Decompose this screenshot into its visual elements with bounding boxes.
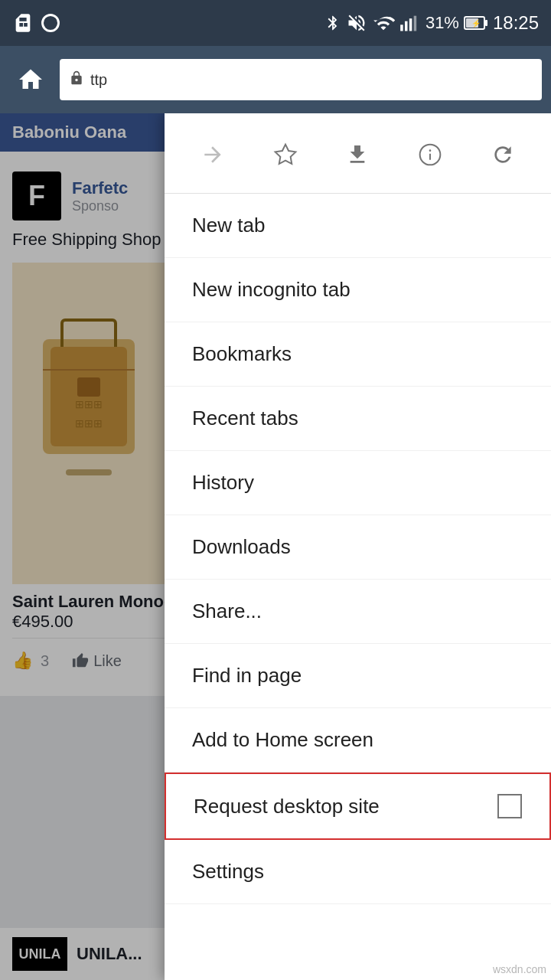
- mute-icon: [346, 12, 367, 34]
- menu-item-new-tab[interactable]: New tab: [165, 194, 551, 258]
- status-time: 18:25: [493, 12, 539, 34]
- menu-forward-button[interactable]: [190, 132, 236, 178]
- menu-download-button[interactable]: [334, 132, 380, 178]
- signal-icon: [399, 12, 421, 34]
- request-desktop-checkbox[interactable]: [497, 794, 522, 818]
- lock-icon: [69, 70, 84, 90]
- menu-info-button[interactable]: [407, 132, 453, 178]
- chrome-menu: New tab New incognito tab Bookmarks Rece…: [165, 113, 551, 980]
- menu-item-new-incognito-tab[interactable]: New incognito tab: [165, 258, 551, 322]
- svg-text:⚡: ⚡: [471, 18, 481, 28]
- status-left-icons: [12, 12, 61, 34]
- watermark: wsxdn.com: [493, 963, 546, 975]
- browser-toolbar: ttp: [0, 46, 551, 113]
- svg-marker-18: [276, 145, 296, 164]
- svg-rect-7: [485, 20, 487, 26]
- bluetooth-icon: [324, 12, 341, 34]
- menu-refresh-button[interactable]: [480, 132, 526, 178]
- vodafone-icon: [40, 12, 61, 34]
- menu-item-request-desktop[interactable]: Request desktop site: [165, 773, 551, 840]
- svg-point-0: [43, 15, 59, 31]
- menu-item-settings[interactable]: Settings: [165, 840, 551, 904]
- address-bar[interactable]: ttp: [60, 59, 542, 100]
- menu-item-share[interactable]: Share...: [165, 580, 551, 644]
- battery-percent: 31%: [425, 13, 459, 33]
- status-bar: 31% ⚡ 18:25: [0, 0, 551, 46]
- svg-rect-3: [409, 18, 412, 31]
- menu-item-add-to-home[interactable]: Add to Home screen: [165, 708, 551, 773]
- page-content: Baboniu Oana F Farfetc Sponso Free Shipp…: [0, 113, 551, 980]
- status-right-icons: 31% ⚡ 18:25: [324, 12, 539, 34]
- overlay-dim: [0, 113, 165, 980]
- battery-icon: ⚡: [464, 15, 488, 31]
- menu-toolbar: [165, 113, 551, 194]
- menu-item-recent-tabs[interactable]: Recent tabs: [165, 387, 551, 451]
- menu-bookmark-button[interactable]: [262, 132, 308, 178]
- menu-item-find-in-page[interactable]: Find in page: [165, 644, 551, 708]
- menu-item-history[interactable]: History: [165, 451, 551, 515]
- menu-item-downloads[interactable]: Downloads: [165, 515, 551, 580]
- menu-item-bookmarks[interactable]: Bookmarks: [165, 322, 551, 387]
- sim-card-icon: [12, 12, 34, 34]
- svg-rect-4: [414, 16, 417, 31]
- svg-rect-1: [400, 24, 403, 31]
- address-text: ttp: [90, 71, 533, 89]
- menu-items-list: New tab New incognito tab Bookmarks Rece…: [165, 194, 551, 980]
- svg-rect-2: [405, 21, 408, 31]
- home-button[interactable]: [9, 58, 52, 101]
- wifi-icon: [372, 12, 395, 34]
